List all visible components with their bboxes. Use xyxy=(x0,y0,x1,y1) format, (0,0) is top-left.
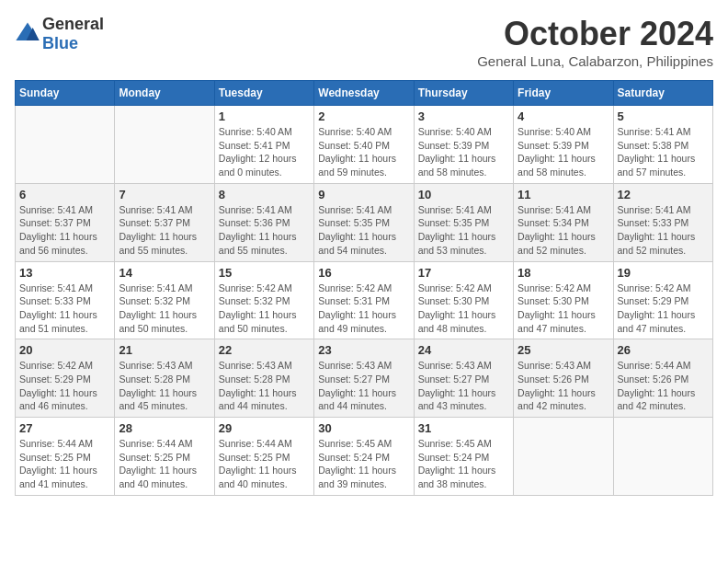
day-number: 21 xyxy=(119,343,210,357)
calendar-cell: 31Sunrise: 5:45 AM Sunset: 5:24 PM Dayli… xyxy=(414,418,513,496)
calendar-week-2: 6Sunrise: 5:41 AM Sunset: 5:37 PM Daylig… xyxy=(16,183,713,261)
weekday-header-saturday: Saturday xyxy=(613,81,712,106)
day-number: 17 xyxy=(418,266,509,280)
day-info: Sunrise: 5:41 AM Sunset: 5:36 PM Dayligh… xyxy=(219,203,310,258)
day-number: 24 xyxy=(418,343,509,357)
calendar-cell: 30Sunrise: 5:45 AM Sunset: 5:24 PM Dayli… xyxy=(314,418,414,496)
day-info: Sunrise: 5:45 AM Sunset: 5:24 PM Dayligh… xyxy=(418,437,509,491)
logo-blue: Blue xyxy=(42,34,104,53)
day-info: Sunrise: 5:45 AM Sunset: 5:24 PM Dayligh… xyxy=(318,437,409,491)
day-number: 4 xyxy=(518,109,609,123)
calendar-cell: 16Sunrise: 5:42 AM Sunset: 5:31 PM Dayli… xyxy=(314,261,414,339)
day-number: 29 xyxy=(219,421,310,435)
calendar-cell: 8Sunrise: 5:41 AM Sunset: 5:36 PM Daylig… xyxy=(214,183,313,261)
calendar-cell: 13Sunrise: 5:41 AM Sunset: 5:33 PM Dayli… xyxy=(16,261,115,339)
day-info: Sunrise: 5:43 AM Sunset: 5:28 PM Dayligh… xyxy=(119,359,210,413)
calendar-cell: 12Sunrise: 5:41 AM Sunset: 5:33 PM Dayli… xyxy=(613,183,712,261)
calendar-cell xyxy=(613,418,712,496)
day-info: Sunrise: 5:43 AM Sunset: 5:27 PM Dayligh… xyxy=(318,359,409,413)
calendar-cell: 22Sunrise: 5:43 AM Sunset: 5:28 PM Dayli… xyxy=(214,339,313,418)
logo-general: General xyxy=(42,15,104,34)
day-number: 18 xyxy=(518,266,609,280)
calendar-cell: 19Sunrise: 5:42 AM Sunset: 5:29 PM Dayli… xyxy=(613,261,712,339)
calendar-cell: 2Sunrise: 5:40 AM Sunset: 5:40 PM Daylig… xyxy=(314,106,414,184)
calendar-cell: 20Sunrise: 5:42 AM Sunset: 5:29 PM Dayli… xyxy=(16,339,115,418)
day-info: Sunrise: 5:42 AM Sunset: 5:31 PM Dayligh… xyxy=(318,282,409,336)
day-info: Sunrise: 5:41 AM Sunset: 5:33 PM Dayligh… xyxy=(19,282,110,336)
calendar-cell xyxy=(16,106,115,184)
calendar-cell: 18Sunrise: 5:42 AM Sunset: 5:30 PM Dayli… xyxy=(514,261,613,339)
calendar-cell: 23Sunrise: 5:43 AM Sunset: 5:27 PM Dayli… xyxy=(314,339,414,418)
day-info: Sunrise: 5:40 AM Sunset: 5:39 PM Dayligh… xyxy=(518,125,609,179)
day-number: 13 xyxy=(19,266,110,280)
day-number: 8 xyxy=(219,188,310,201)
calendar-table: SundayMondayTuesdayWednesdayThursdayFrid… xyxy=(15,80,713,496)
day-info: Sunrise: 5:44 AM Sunset: 5:26 PM Dayligh… xyxy=(618,359,709,413)
day-info: Sunrise: 5:42 AM Sunset: 5:29 PM Dayligh… xyxy=(618,282,709,336)
day-info: Sunrise: 5:41 AM Sunset: 5:34 PM Dayligh… xyxy=(518,203,609,258)
day-info: Sunrise: 5:43 AM Sunset: 5:26 PM Dayligh… xyxy=(518,359,609,413)
day-number: 12 xyxy=(618,188,709,201)
day-info: Sunrise: 5:44 AM Sunset: 5:25 PM Dayligh… xyxy=(19,437,110,491)
calendar-cell: 5Sunrise: 5:41 AM Sunset: 5:38 PM Daylig… xyxy=(613,106,712,184)
day-info: Sunrise: 5:43 AM Sunset: 5:28 PM Dayligh… xyxy=(219,359,310,413)
day-number: 22 xyxy=(219,343,310,357)
day-number: 28 xyxy=(119,421,210,435)
day-number: 3 xyxy=(418,109,509,123)
day-info: Sunrise: 5:41 AM Sunset: 5:32 PM Dayligh… xyxy=(119,282,210,336)
day-number: 9 xyxy=(318,188,409,201)
calendar-cell xyxy=(514,418,613,496)
weekday-header-row: SundayMondayTuesdayWednesdayThursdayFrid… xyxy=(16,81,713,106)
day-info: Sunrise: 5:41 AM Sunset: 5:35 PM Dayligh… xyxy=(418,203,509,258)
calendar-cell: 29Sunrise: 5:44 AM Sunset: 5:25 PM Dayli… xyxy=(214,418,313,496)
calendar-cell: 21Sunrise: 5:43 AM Sunset: 5:28 PM Dayli… xyxy=(115,339,214,418)
day-info: Sunrise: 5:40 AM Sunset: 5:41 PM Dayligh… xyxy=(219,125,310,179)
day-info: Sunrise: 5:42 AM Sunset: 5:32 PM Dayligh… xyxy=(219,282,310,336)
day-number: 30 xyxy=(318,421,409,435)
day-info: Sunrise: 5:41 AM Sunset: 5:38 PM Dayligh… xyxy=(618,125,709,179)
day-number: 19 xyxy=(618,266,709,280)
logo: General Blue xyxy=(15,15,104,53)
weekday-header-sunday: Sunday xyxy=(16,81,115,106)
day-info: Sunrise: 5:41 AM Sunset: 5:37 PM Dayligh… xyxy=(19,203,110,258)
day-number: 15 xyxy=(219,266,310,280)
day-info: Sunrise: 5:40 AM Sunset: 5:40 PM Dayligh… xyxy=(318,125,409,179)
day-number: 7 xyxy=(119,188,210,201)
day-info: Sunrise: 5:41 AM Sunset: 5:33 PM Dayligh… xyxy=(618,203,709,258)
logo-icon xyxy=(15,21,40,47)
day-info: Sunrise: 5:44 AM Sunset: 5:25 PM Dayligh… xyxy=(119,437,210,491)
day-number: 31 xyxy=(418,421,509,435)
calendar-cell xyxy=(115,106,214,184)
day-number: 25 xyxy=(518,343,609,357)
calendar-week-3: 13Sunrise: 5:41 AM Sunset: 5:33 PM Dayli… xyxy=(16,261,713,339)
calendar-cell: 6Sunrise: 5:41 AM Sunset: 5:37 PM Daylig… xyxy=(16,183,115,261)
calendar-cell: 28Sunrise: 5:44 AM Sunset: 5:25 PM Dayli… xyxy=(115,418,214,496)
month-title: October 2024 xyxy=(477,15,713,53)
weekday-header-thursday: Thursday xyxy=(414,81,513,106)
day-info: Sunrise: 5:40 AM Sunset: 5:39 PM Dayligh… xyxy=(418,125,509,179)
day-number: 11 xyxy=(518,188,609,201)
weekday-header-friday: Friday xyxy=(514,81,613,106)
day-number: 23 xyxy=(318,343,409,357)
calendar-cell: 1Sunrise: 5:40 AM Sunset: 5:41 PM Daylig… xyxy=(214,106,313,184)
day-info: Sunrise: 5:41 AM Sunset: 5:37 PM Dayligh… xyxy=(119,203,210,258)
day-info: Sunrise: 5:42 AM Sunset: 5:30 PM Dayligh… xyxy=(418,282,509,336)
calendar-week-4: 20Sunrise: 5:42 AM Sunset: 5:29 PM Dayli… xyxy=(16,339,713,418)
weekday-header-wednesday: Wednesday xyxy=(314,81,414,106)
day-number: 14 xyxy=(119,266,210,280)
calendar-week-1: 1Sunrise: 5:40 AM Sunset: 5:41 PM Daylig… xyxy=(16,106,713,184)
day-number: 10 xyxy=(418,188,509,201)
day-number: 26 xyxy=(618,343,709,357)
calendar-cell: 10Sunrise: 5:41 AM Sunset: 5:35 PM Dayli… xyxy=(414,183,513,261)
day-info: Sunrise: 5:42 AM Sunset: 5:29 PM Dayligh… xyxy=(19,359,110,413)
weekday-header-tuesday: Tuesday xyxy=(214,81,313,106)
logo-text: General Blue xyxy=(42,15,104,53)
calendar-cell: 15Sunrise: 5:42 AM Sunset: 5:32 PM Dayli… xyxy=(214,261,313,339)
day-info: Sunrise: 5:41 AM Sunset: 5:35 PM Dayligh… xyxy=(318,203,409,258)
day-number: 16 xyxy=(318,266,409,280)
day-number: 2 xyxy=(318,109,409,123)
calendar-cell: 3Sunrise: 5:40 AM Sunset: 5:39 PM Daylig… xyxy=(414,106,513,184)
calendar-cell: 14Sunrise: 5:41 AM Sunset: 5:32 PM Dayli… xyxy=(115,261,214,339)
day-number: 27 xyxy=(19,421,110,435)
calendar-cell: 4Sunrise: 5:40 AM Sunset: 5:39 PM Daylig… xyxy=(514,106,613,184)
